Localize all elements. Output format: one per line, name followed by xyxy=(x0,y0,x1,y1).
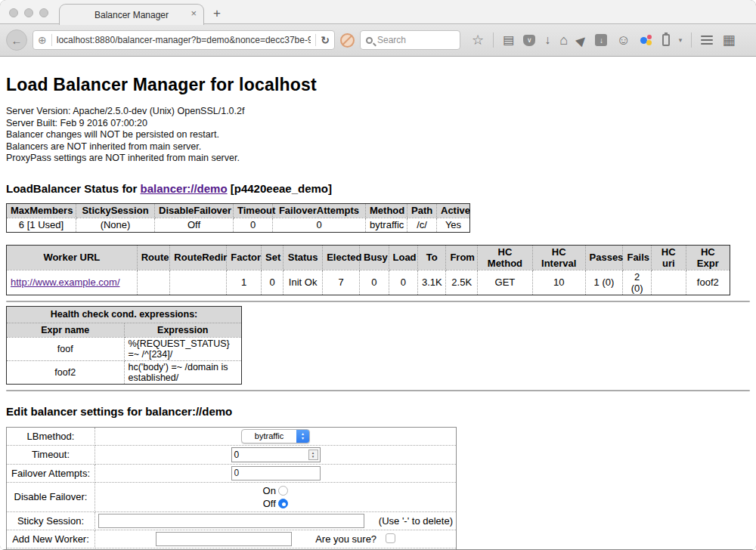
health-check-table: Health check cond. expressions: Expr nam… xyxy=(6,306,242,385)
sticky-session-label: Sticky Session: xyxy=(7,511,95,530)
radio-on[interactable] xyxy=(278,486,288,496)
reload-icon[interactable]: ↻ xyxy=(321,34,330,46)
notice-proxypass: ProxyPass settings are NOT inherited fro… xyxy=(6,153,750,165)
table-row: foof2 hc('body') =~ /domain is establish… xyxy=(7,360,242,384)
add-worker-label: Add New Worker: xyxy=(7,530,95,548)
radio-off-row: Off xyxy=(263,498,289,509)
new-tab-button[interactable]: + xyxy=(213,6,221,21)
page-content: Load Balancer Manager for localhost Serv… xyxy=(0,57,756,549)
lbmethod-selected-value: bytraffic xyxy=(242,431,296,440)
chevron-down-icon[interactable]: ▾ xyxy=(679,36,683,44)
worker-url-link[interactable]: http://www.example.com/ xyxy=(11,277,120,288)
server-info: Server Version: Apache/2.5.0-dev (Unix) … xyxy=(6,106,750,165)
table-row: 6 [1 Used] (None) Off 0 0 bytraffic /c/ … xyxy=(7,218,470,232)
server-version: Server Version: Apache/2.5.0-dev (Unix) … xyxy=(6,106,750,118)
radio-on-row: On xyxy=(263,485,289,496)
navigation-toolbar: ← ⊕ localhost:8880/balancer-manager?b=de… xyxy=(0,24,756,57)
divider xyxy=(315,34,316,46)
divider xyxy=(691,32,692,48)
bookmark-star-icon[interactable]: ☆ xyxy=(472,34,484,46)
lbmethod-label: LBmethod: xyxy=(7,427,95,445)
table-row: http://www.example.com/ 1 0 Init Ok 7 0 … xyxy=(7,270,730,295)
lbmethod-select[interactable]: bytraffic ▴▾ xyxy=(241,429,310,443)
radio-off-label: Off xyxy=(263,498,276,509)
window-controls[interactable] xyxy=(9,8,48,17)
page-title: Load Balancer Manager for localhost xyxy=(6,57,750,95)
notice-inherit: Balancers are NOT inherited from main se… xyxy=(6,141,750,153)
add-worker-input[interactable] xyxy=(156,532,292,546)
notice-persist: Balancer changes will NOT be persisted o… xyxy=(6,129,750,141)
tile-grid-icon[interactable]: ▦ xyxy=(722,34,735,46)
form-row-sticky: Sticky Session: (Use '-' to delete) xyxy=(7,511,457,530)
select-arrows-icon: ▴▾ xyxy=(296,429,309,443)
tab-strip: Balancer Manager × + xyxy=(0,0,756,24)
search-icon xyxy=(366,37,373,44)
server-built: Server Built: Feb 9 2016 07:00:20 xyxy=(6,118,750,130)
content-blocker-icon[interactable] xyxy=(340,33,355,48)
table-title-row: Health check cond. expressions: xyxy=(7,306,242,323)
edit-settings-heading: Edit balancer settings for balancer://de… xyxy=(6,405,750,418)
table-header-row: Expr name Expression xyxy=(7,323,242,337)
sticky-session-input[interactable] xyxy=(98,514,364,528)
home-icon[interactable]: ⌂ xyxy=(559,34,568,46)
form-row-timeout: Timeout: 0 ▴▾ xyxy=(7,445,457,464)
timeout-label: Timeout: xyxy=(7,445,95,464)
toolbar-icons: ☆ ▤ ∨ ↓ ⌂ ▶ ↓ ☺ ▾ ▦ xyxy=(472,32,735,48)
disable-failover-label: Disable Failover: xyxy=(7,482,95,511)
worker-table: Worker URL Route RouteRedir Factor Set S… xyxy=(6,245,730,295)
browser-window: Balancer Manager × + ← ⊕ localhost:8880/… xyxy=(0,0,756,550)
form-row-submit: Submit xyxy=(7,548,457,549)
failover-attempts-input[interactable] xyxy=(231,466,321,480)
tab-title: Balancer Manager xyxy=(94,10,169,20)
are-you-sure-checkbox[interactable] xyxy=(386,533,395,543)
reading-list-icon[interactable]: ▤ xyxy=(503,34,514,46)
form-row-lbmethod: LBmethod: bytraffic ▴▾ xyxy=(7,427,457,445)
radio-on-label: On xyxy=(263,485,276,496)
globe-icon: ⊕ xyxy=(38,34,47,46)
table-header-row: MaxMembers StickySession DisableFailover… xyxy=(7,203,470,218)
timeout-input[interactable]: 0 ▴▾ xyxy=(231,447,321,462)
send-icon[interactable]: ▶ xyxy=(574,32,589,48)
section-divider xyxy=(6,390,750,391)
form-row-disable-failover: Disable Failover: On Off xyxy=(7,482,457,511)
form-row-add-worker: Add New Worker: Are you sure? xyxy=(7,530,457,548)
divider xyxy=(493,32,494,48)
tab-balancer-manager[interactable]: Balancer Manager × xyxy=(59,4,204,25)
are-you-sure-label: Are you sure? xyxy=(315,533,376,544)
menu-icon[interactable] xyxy=(701,36,713,45)
section-divider xyxy=(6,301,750,302)
back-arrow-icon: ← xyxy=(11,34,23,47)
zoom-window-button[interactable] xyxy=(39,8,48,17)
url-text[interactable]: localhost:8880/balancer-manager?b=demo&n… xyxy=(57,35,311,45)
health-table-title: Health check cond. expressions: xyxy=(7,306,242,323)
feedback-smiley-icon[interactable]: ☺ xyxy=(616,34,630,46)
form-row-failover: Failover Attempts: xyxy=(7,464,457,482)
battery-device-icon[interactable] xyxy=(662,34,670,46)
close-window-button[interactable] xyxy=(9,8,18,17)
table-header-row: Worker URL Route RouteRedir Factor Set S… xyxy=(7,245,730,270)
url-bar[interactable]: ⊕ localhost:8880/balancer-manager?b=demo… xyxy=(33,30,335,50)
colorful-extension-icon[interactable] xyxy=(640,34,653,46)
status-heading: LoadBalancer Status for balancer://demo … xyxy=(6,182,750,195)
number-stepper-icon[interactable]: ▴▾ xyxy=(308,450,318,460)
minimize-window-button[interactable] xyxy=(24,8,33,17)
pocket-icon[interactable]: ∨ xyxy=(523,35,535,46)
divider xyxy=(51,34,52,46)
balancer-status-table: MaxMembers StickySession DisableFailover… xyxy=(6,203,470,233)
balancer-demo-link[interactable]: balancer://demo xyxy=(141,182,228,195)
search-placeholder: Search xyxy=(377,35,406,45)
back-button[interactable]: ← xyxy=(6,29,27,51)
search-bar[interactable]: Search xyxy=(360,30,460,50)
tab-close-icon[interactable]: × xyxy=(191,8,197,19)
save-to-device-icon[interactable]: ↓ xyxy=(595,34,607,46)
failover-attempts-label: Failover Attempts: xyxy=(7,464,95,482)
download-icon[interactable]: ↓ xyxy=(544,34,550,46)
sticky-session-note: (Use '-' to delete) xyxy=(379,515,453,527)
table-row: foof %{REQUEST_STATUS} =~ /^[234]/ xyxy=(7,337,242,360)
balancer-settings-form: LBmethod: bytraffic ▴▾ Timeout: 0 ▴▾ xyxy=(6,427,457,550)
radio-off[interactable] xyxy=(278,499,288,508)
